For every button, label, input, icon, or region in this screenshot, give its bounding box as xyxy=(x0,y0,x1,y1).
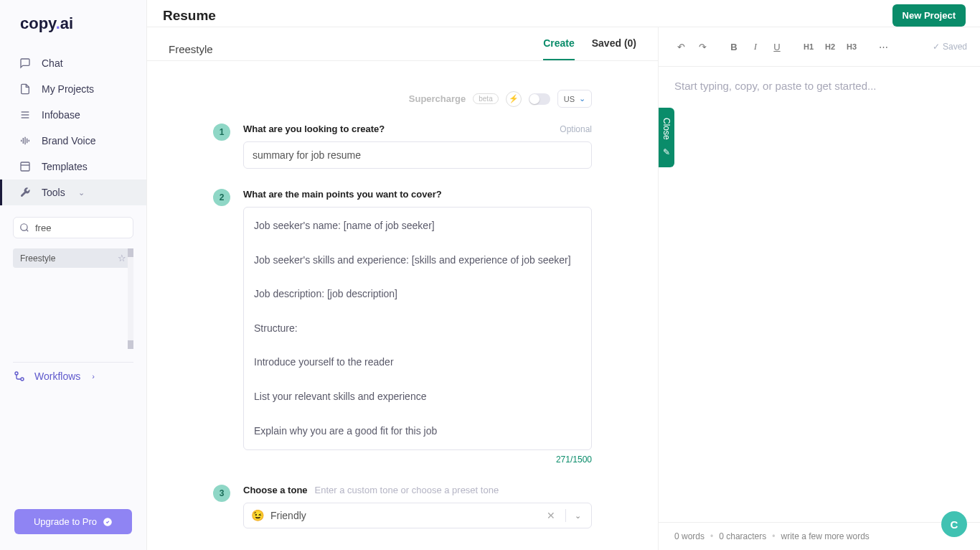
check-icon: ✓ xyxy=(933,42,940,52)
document-icon xyxy=(19,83,32,95)
nav-tools[interactable]: Tools ⌄ xyxy=(0,180,146,205)
nav-my-projects[interactable]: My Projects xyxy=(0,76,146,102)
svg-point-13 xyxy=(21,378,24,381)
h1-icon[interactable]: H1 xyxy=(799,37,818,56)
nav-label: Chat xyxy=(42,57,63,69)
workflows-label: Workflows xyxy=(34,370,80,382)
sidebar-search[interactable] xyxy=(13,217,133,238)
nav-workflows[interactable]: Workflows › xyxy=(13,362,133,390)
page-title: Resume xyxy=(163,8,216,24)
topbar: Resume New Project xyxy=(147,0,980,27)
main-area: Resume New Project Freestyle Create Save… xyxy=(147,0,980,550)
chat-icon xyxy=(19,57,32,70)
database-icon xyxy=(19,108,32,121)
step-2: 2 What are the main points you want to c… xyxy=(202,189,603,465)
supercharge-toggle[interactable] xyxy=(529,93,550,105)
svg-point-12 xyxy=(15,372,18,375)
nav-label: My Projects xyxy=(42,83,94,95)
search-icon xyxy=(19,221,29,234)
upgrade-button[interactable]: Upgrade to Pro xyxy=(14,509,132,534)
step-number: 1 xyxy=(213,123,230,141)
chevron-down-icon: ⌄ xyxy=(579,94,585,103)
template-name: Freestyle xyxy=(169,43,213,55)
tab-saved[interactable]: Saved (0) xyxy=(592,37,636,60)
result-label: Freestyle xyxy=(20,253,55,264)
workflows-icon xyxy=(13,370,26,383)
beta-pill: beta xyxy=(473,93,498,104)
templates-icon xyxy=(19,160,32,173)
char-count: 0 characters xyxy=(719,531,766,541)
h3-icon[interactable]: H3 xyxy=(842,37,861,56)
nav-label: Brand Voice xyxy=(42,135,96,146)
form-panel: Freestyle Create Saved (0) Supercharge b… xyxy=(147,27,659,550)
h2-icon[interactable]: H2 xyxy=(821,37,839,56)
saved-indicator: ✓ Saved xyxy=(933,42,967,52)
redo-icon[interactable]: ↷ xyxy=(693,37,712,56)
nav-label: Infobase xyxy=(42,109,80,121)
svg-line-11 xyxy=(27,230,29,232)
step-number: 3 xyxy=(213,485,230,502)
editor-toolbar: ↶ ↷ B I U H1 H2 H3 ⋯ ✓ Saved xyxy=(659,27,980,67)
svg-point-10 xyxy=(21,224,27,230)
bold-icon[interactable]: B xyxy=(725,37,743,56)
avatar[interactable]: C xyxy=(941,511,967,537)
wrench-icon xyxy=(19,186,32,199)
supercharge-label: Supercharge xyxy=(409,93,466,104)
tone-emoji: 😉 xyxy=(251,509,265,522)
nav-label: Templates xyxy=(42,161,88,172)
scrollbar-up[interactable] xyxy=(128,248,133,257)
chevron-right-icon: › xyxy=(92,372,95,381)
step-label: What are the main points you want to cov… xyxy=(243,189,442,200)
form-tabs: Create Saved (0) xyxy=(543,37,636,60)
nav-label: Tools xyxy=(42,187,65,198)
close-panel-button[interactable]: Close ✎ xyxy=(659,108,674,167)
form-top-controls: Supercharge beta ⚡ us ⌄ xyxy=(202,90,603,108)
search-input[interactable] xyxy=(35,223,156,233)
optional-tag: Optional xyxy=(560,124,592,134)
step-1: 1 What are you looking to create? Option… xyxy=(202,123,603,169)
scrollbar-track[interactable] xyxy=(128,248,133,349)
voice-icon xyxy=(19,134,32,147)
clear-tone-icon[interactable]: ✕ xyxy=(542,510,560,521)
tone-select[interactable]: 😉 Friendly ✕ ⌄ xyxy=(243,503,592,528)
status-hint: write a few more words xyxy=(781,531,869,541)
tone-hint: Enter a custom tone or choose a preset t… xyxy=(315,485,499,495)
char-count: 271/1500 xyxy=(243,455,592,465)
tone-name: Friendly xyxy=(270,510,537,521)
star-icon[interactable]: ☆ xyxy=(118,253,126,264)
svg-rect-8 xyxy=(21,162,29,171)
step1-input[interactable] xyxy=(243,141,592,169)
nav-chat[interactable]: Chat xyxy=(0,50,146,76)
underline-icon[interactable]: U xyxy=(768,37,786,56)
main-nav: Chat My Projects Infobase Brand Voice Te… xyxy=(0,45,146,211)
nav-brand-voice[interactable]: Brand Voice xyxy=(0,128,146,154)
verified-icon xyxy=(103,517,113,527)
result-freestyle[interactable]: Freestyle ☆ xyxy=(13,248,133,268)
step2-textarea[interactable]: Job seeker's name: [name of job seeker] … xyxy=(243,207,592,450)
step-label: What are you looking to create? xyxy=(243,123,385,134)
step-label: Choose a tone xyxy=(243,485,308,495)
italic-icon[interactable]: I xyxy=(746,37,765,56)
step-number: 2 xyxy=(213,189,230,206)
editor-status: 0 words • 0 characters • write a few mor… xyxy=(659,522,980,550)
sidebar: copy.ai Chat My Projects Infobase Brand … xyxy=(0,0,147,550)
scrollbar-down[interactable] xyxy=(128,340,133,349)
bolt-icon: ⚡ xyxy=(506,91,522,107)
new-project-button[interactable]: New Project xyxy=(892,4,966,27)
nav-infobase[interactable]: Infobase xyxy=(0,102,146,128)
tab-create[interactable]: Create xyxy=(543,37,575,60)
search-results: Freestyle ☆ xyxy=(13,248,133,349)
language-select[interactable]: us ⌄ xyxy=(557,90,592,108)
chevron-down-icon[interactable]: ⌄ xyxy=(572,511,584,521)
editor-panel: ↶ ↷ B I U H1 H2 H3 ⋯ ✓ Saved Start typin… xyxy=(659,27,980,550)
more-icon[interactable]: ⋯ xyxy=(874,37,892,56)
logo[interactable]: copy.ai xyxy=(0,0,146,45)
word-count: 0 words xyxy=(674,531,705,541)
chevron-down-icon: ⌄ xyxy=(78,188,85,197)
pencil-icon: ✎ xyxy=(661,147,672,157)
nav-templates[interactable]: Templates xyxy=(0,154,146,180)
tab-header: Freestyle Create Saved (0) xyxy=(147,27,658,61)
step-3: 3 Choose a tone Enter a custom tone or c… xyxy=(202,485,603,528)
editor-body[interactable]: Start typing, copy, or paste to get star… xyxy=(659,67,980,522)
undo-icon[interactable]: ↶ xyxy=(672,37,690,56)
